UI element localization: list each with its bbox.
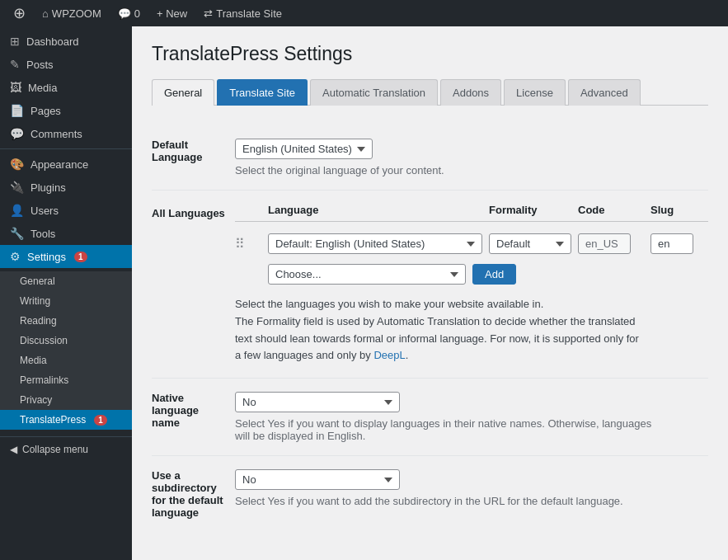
sidebar-label-appearance: Appearance xyxy=(31,158,88,171)
settings-badge: 1 xyxy=(74,252,87,262)
adminbar-comments[interactable]: 💬 0 xyxy=(111,0,147,26)
plugins-icon: 🔌 xyxy=(10,181,24,194)
sidebar-item-users[interactable]: 👤 Users xyxy=(0,199,132,222)
settings-form: Default Language English (United States)… xyxy=(152,125,708,532)
subdirectory-select[interactable]: No xyxy=(235,469,400,490)
code-field[interactable] xyxy=(578,233,631,254)
native-language-description: Select Yes if you want to display langua… xyxy=(235,417,664,442)
comments-icon: 💬 xyxy=(118,7,131,20)
languages-info-text: Select the languages you wish to make yo… xyxy=(235,296,639,365)
page-title: TranslatePress Settings xyxy=(152,43,708,65)
sidebar-label-posts: Posts xyxy=(26,59,54,71)
collapse-icon: ◀ xyxy=(10,444,17,455)
native-language-select[interactable]: No xyxy=(235,392,400,412)
sidebar-item-pages[interactable]: 📄 Pages xyxy=(0,99,132,122)
deepl-period: . xyxy=(406,349,409,361)
sub-general-label: General xyxy=(20,275,55,287)
translate-site-icon: ⇄ xyxy=(204,7,213,20)
slug-field[interactable] xyxy=(651,233,693,254)
adminbar-new-label: + New xyxy=(157,7,187,20)
comments-icon: 💬 xyxy=(10,127,24,140)
col-language: Language xyxy=(268,204,482,216)
default-language-description: Select the original language of your con… xyxy=(235,164,664,176)
tools-icon: 🔧 xyxy=(10,227,24,240)
language-row: ⠿ Default: English (United States) Defau… xyxy=(235,228,708,259)
collapse-label: Collapse menu xyxy=(22,444,88,455)
sidebar-sub-general[interactable]: General xyxy=(0,271,132,291)
choose-language-select[interactable]: Choose... xyxy=(268,264,466,285)
sidebar-sub-writing[interactable]: Writing xyxy=(0,291,132,311)
default-language-select[interactable]: English (United States) xyxy=(235,139,373,159)
collapse-menu-button[interactable]: ◀ Collapse menu xyxy=(0,436,132,462)
sidebar-sub-translatepress[interactable]: TranslatePress 1 xyxy=(0,410,132,430)
sub-reading-label: Reading xyxy=(20,315,57,327)
media-icon: 🖼 xyxy=(10,81,21,94)
tab-advanced[interactable]: Advanced xyxy=(568,79,641,106)
sidebar-item-dashboard[interactable]: ⊞ Dashboard xyxy=(0,30,132,53)
sidebar-sub-privacy[interactable]: Privacy xyxy=(0,390,132,410)
sub-discussion-label: Discussion xyxy=(20,335,68,346)
tab-license[interactable]: License xyxy=(504,79,566,106)
adminbar-site-label: WPZOOM xyxy=(52,7,101,20)
sidebar-label-tools: Tools xyxy=(31,228,55,240)
sidebar-label-pages: Pages xyxy=(31,105,61,117)
adminbar-wp-logo[interactable]: ⊕ xyxy=(7,0,32,26)
tabs-wrapper: General Translate Site Automatic Transla… xyxy=(152,78,708,106)
adminbar-translate-label: Translate Site xyxy=(216,7,282,20)
settings-submenu: General Writing Reading Discussion Media… xyxy=(0,271,132,430)
sidebar-item-tools[interactable]: 🔧 Tools xyxy=(0,222,132,245)
sidebar-item-appearance[interactable]: 🎨 Appearance xyxy=(0,153,132,176)
sub-media-label: Media xyxy=(20,355,47,366)
sub-translatepress-label: TranslatePress xyxy=(20,414,86,426)
tab-automatic-translation[interactable]: Automatic Translation xyxy=(310,79,438,106)
adminbar-translate-site[interactable]: ⇄ Translate Site xyxy=(197,0,289,26)
default-language-label: Default Language xyxy=(152,139,202,163)
sidebar-item-comments[interactable]: 💬 Comments xyxy=(0,122,132,145)
sidebar-item-plugins[interactable]: 🔌 Plugins xyxy=(0,176,132,199)
adminbar-site-name[interactable]: ⌂ WPZOOM xyxy=(35,0,108,26)
sidebar-item-posts[interactable]: ✎ Posts xyxy=(0,53,132,76)
dashboard-icon: ⊞ xyxy=(10,35,20,48)
deepl-link[interactable]: DeepL xyxy=(373,349,405,361)
adminbar-new[interactable]: + New xyxy=(150,0,194,26)
sidebar-main-menu: ⊞ Dashboard ✎ Posts 🖼 Media 📄 Pages 💬 Co… xyxy=(0,26,132,271)
native-language-row: Native language name No Select Yes if yo… xyxy=(152,379,708,456)
site-icon: ⌂ xyxy=(42,7,49,20)
posts-icon: ✎ xyxy=(10,58,20,71)
sub-privacy-label: Privacy xyxy=(20,394,52,406)
sidebar-sub-reading[interactable]: Reading xyxy=(0,311,132,331)
settings-icon: ⚙ xyxy=(10,250,21,263)
col-formality: Formality xyxy=(489,204,571,216)
appearance-icon: 🎨 xyxy=(10,158,24,171)
all-languages-label: All Languages xyxy=(152,207,225,219)
add-language-row: Choose... Add xyxy=(268,259,708,289)
main-content: TranslatePress Settings General Translat… xyxy=(132,26,728,560)
subdirectory-row: Use a subdirectory for the default langu… xyxy=(152,456,708,533)
tab-addons[interactable]: Addons xyxy=(440,79,501,106)
languages-table-header: Language Formality Code Slug xyxy=(235,204,708,222)
sidebar-sub-media[interactable]: Media xyxy=(0,351,132,370)
admin-bar: ⊕ ⌂ WPZOOM 💬 0 + New ⇄ Translate Site xyxy=(0,0,728,26)
formality-select[interactable]: Default xyxy=(489,233,571,254)
sidebar-item-settings[interactable]: ⚙ Settings 1 xyxy=(0,245,132,268)
add-language-button[interactable]: Add xyxy=(472,264,516,285)
drag-handle-icon[interactable]: ⠿ xyxy=(235,236,261,252)
sidebar-label-plugins: Plugins xyxy=(31,181,66,194)
tab-general[interactable]: General xyxy=(152,79,214,106)
sub-permalinks-label: Permalinks xyxy=(20,374,68,386)
users-icon: 👤 xyxy=(10,204,24,217)
tab-translate-site[interactable]: Translate Site xyxy=(217,79,308,106)
sidebar-label-settings: Settings xyxy=(27,251,66,263)
sidebar: ⊞ Dashboard ✎ Posts 🖼 Media 📄 Pages 💬 Co… xyxy=(0,26,132,560)
all-languages-row: All Languages Language Formality Code Sl… xyxy=(152,191,708,379)
sidebar-label-comments: Comments xyxy=(31,128,82,140)
sidebar-label-users: Users xyxy=(31,205,59,217)
translatepress-badge: 1 xyxy=(94,415,107,426)
subdirectory-label: Use a subdirectory for the default langu… xyxy=(152,469,223,519)
native-language-label: Native language name xyxy=(152,392,199,429)
sidebar-item-media[interactable]: 🖼 Media xyxy=(0,76,132,99)
language-row-select[interactable]: Default: English (United States) xyxy=(268,233,482,254)
sidebar-sub-discussion[interactable]: Discussion xyxy=(0,331,132,351)
subdirectory-description: Select Yes if you want to add the subdir… xyxy=(235,495,664,507)
sidebar-sub-permalinks[interactable]: Permalinks xyxy=(0,370,132,390)
